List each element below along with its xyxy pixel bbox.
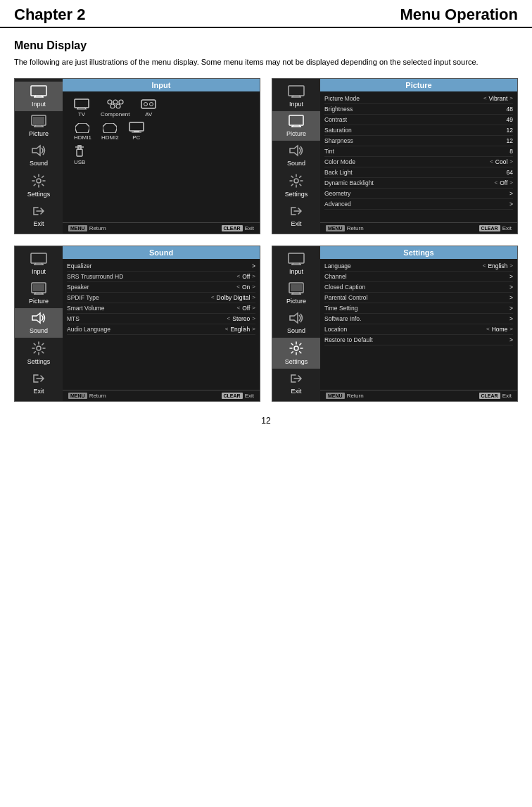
sidebar-settings-label: Settings xyxy=(27,191,51,198)
menu-row-label: Location xyxy=(324,326,486,333)
menu-row[interactable]: Closed Caption> xyxy=(324,282,513,293)
settings-clear-btn[interactable]: CLEAR Exit xyxy=(479,393,512,399)
clear-exit-btn[interactable]: CLEAR Exit xyxy=(222,225,254,231)
component-input-item[interactable]: Component xyxy=(101,99,129,117)
menu-row[interactable]: Brightness48 xyxy=(324,104,513,115)
menu-row[interactable]: Parental Control> xyxy=(324,293,513,303)
settings-menu-btn[interactable]: MENU Return xyxy=(326,393,364,399)
sound-sidebar-exit[interactable]: Exit xyxy=(15,369,63,398)
sound-s-input-icon xyxy=(30,253,47,267)
sound-sidebar-sound[interactable]: Sound xyxy=(15,308,63,338)
hdmi1-input-item[interactable]: HDMI1 xyxy=(74,123,91,141)
picture-sidebar-input[interactable]: Input xyxy=(272,82,320,111)
menu-row[interactable]: Location<Home> xyxy=(324,324,513,335)
picture-sidebar-exit[interactable]: Exit xyxy=(272,201,320,231)
picture-sidebar-sound[interactable]: Sound xyxy=(272,141,320,170)
svg-marker-23 xyxy=(75,123,89,133)
menu-row[interactable]: Geometry> xyxy=(324,189,513,199)
menu-row-label: Tint xyxy=(324,148,509,155)
settings-sidebar-exit[interactable]: Exit xyxy=(272,369,320,398)
menu-row[interactable]: SPDIF Type<Dolby Digital> xyxy=(67,293,255,303)
sound-menu-label: MENU xyxy=(68,393,87,399)
settings-sidebar-picture[interactable]: Picture xyxy=(272,279,320,308)
sidebar-item-exit[interactable]: Exit xyxy=(15,201,63,231)
picture-menu-btn[interactable]: MENU Return xyxy=(326,225,364,231)
sound-menu-btn[interactable]: MENU Return xyxy=(68,393,106,399)
sound-return-label: Return xyxy=(89,393,106,399)
sound-s-sound-icon xyxy=(31,312,46,326)
usb-input-item[interactable]: USB xyxy=(74,145,85,165)
picture-s-sound-label: Sound xyxy=(287,160,305,167)
sidebar-item-input[interactable]: Input xyxy=(15,82,63,111)
svg-point-42 xyxy=(294,179,298,183)
svg-marker-9 xyxy=(32,146,40,155)
sidebar-item-sound[interactable]: Sound xyxy=(15,141,63,170)
menu-row[interactable]: Speaker<On> xyxy=(67,282,255,293)
settings-menu-label: MENU xyxy=(326,393,345,399)
sound-clear-btn[interactable]: CLEAR Exit xyxy=(222,393,254,399)
clear-btn-label: CLEAR xyxy=(222,225,243,231)
settings-footer: MENU Return CLEAR Exit xyxy=(320,390,517,401)
menu-row[interactable]: Back Light64 xyxy=(324,167,513,178)
page-title: Menu Operation xyxy=(400,6,518,24)
menu-row-label: Geometry xyxy=(324,190,509,197)
settings-sidebar-sound[interactable]: Sound xyxy=(272,308,320,338)
menu-row[interactable]: Advanced> xyxy=(324,199,513,210)
menu-row-label: Audio Language xyxy=(67,326,225,333)
sound-s-picture-icon xyxy=(31,282,46,297)
settings-sidebar-input[interactable]: Input xyxy=(272,249,320,279)
menu-row-label: Time Setting xyxy=(324,305,509,312)
menu-row-label: Software Info. xyxy=(324,315,509,322)
menu-row[interactable]: Sharpness12 xyxy=(324,136,513,146)
menu-row-label: Advanced xyxy=(324,201,509,208)
menu-row[interactable]: Time Setting> xyxy=(324,303,513,314)
hdmi2-input-item[interactable]: HDMI2 xyxy=(101,123,119,141)
menu-row-value: 12 xyxy=(507,137,513,144)
menu-row[interactable]: MTS<Stereo> xyxy=(67,314,255,324)
menu-row[interactable]: Software Info.> xyxy=(324,314,513,324)
menu-row[interactable]: Contrast49 xyxy=(324,115,513,125)
menu-row-value: <Vibrant> xyxy=(483,95,513,102)
menu-return-btn[interactable]: MENU Return xyxy=(68,225,106,231)
menu-row-value: > xyxy=(252,262,255,269)
sidebar-item-settings[interactable]: Settings xyxy=(15,170,63,201)
svg-point-18 xyxy=(110,104,115,108)
menu-row[interactable]: Restore to Default> xyxy=(324,335,513,345)
sound-sidebar-settings[interactable]: Settings xyxy=(15,338,63,369)
sound-sidebar-input[interactable]: Input xyxy=(15,249,63,279)
picture-s-input-label: Input xyxy=(289,101,303,108)
menu-row[interactable]: Equalizer> xyxy=(67,261,255,272)
picture-content: Picture Picture Mode<Vibrant>Brightness4… xyxy=(320,79,517,234)
menu-row-label: Smart Volume xyxy=(67,305,236,312)
menu-row[interactable]: SRS Trusurround HD<Off> xyxy=(67,272,255,282)
menu-row-label: SRS Trusurround HD xyxy=(67,273,236,280)
menu-row[interactable]: Language<English> xyxy=(324,261,513,272)
svg-point-21 xyxy=(144,102,148,106)
settings-screen: Input Picture xyxy=(272,246,518,402)
menu-row[interactable]: Channel> xyxy=(324,272,513,282)
menu-row[interactable]: Picture Mode<Vibrant> xyxy=(324,94,513,104)
menu-row[interactable]: Color Mode<Cool> xyxy=(324,157,513,167)
picture-sidebar-settings[interactable]: Settings xyxy=(272,170,320,201)
menu-row[interactable]: Tint8 xyxy=(324,146,513,157)
menu-row[interactable]: Smart Volume<Off> xyxy=(67,303,255,314)
sidebar-item-picture[interactable]: Picture xyxy=(15,111,63,141)
section-description: The following are just illustrations of … xyxy=(14,56,518,68)
pc-input-item[interactable]: PC xyxy=(129,122,144,141)
menu-row[interactable]: Audio Language<English> xyxy=(67,324,255,335)
menu-row-value: 49 xyxy=(507,116,513,123)
menu-row[interactable]: Saturation12 xyxy=(324,125,513,136)
menu-row[interactable]: Dynamic Backlight<Off> xyxy=(324,178,513,189)
av-input-item[interactable]: AV xyxy=(141,99,156,117)
picture-sidebar-picture[interactable]: Picture xyxy=(272,111,320,141)
tv-input-item[interactable]: TV xyxy=(74,99,89,117)
menu-row-label: Language xyxy=(324,262,483,269)
input-body: TV Component xyxy=(63,91,260,222)
settings-s-input-icon xyxy=(288,253,305,267)
settings-sidebar-settings[interactable]: Settings xyxy=(272,338,320,369)
picture-clear-btn[interactable]: CLEAR Exit xyxy=(479,225,512,231)
svg-rect-25 xyxy=(129,122,144,131)
sound-sidebar-picture[interactable]: Picture xyxy=(15,279,63,308)
menu-row-value: > xyxy=(509,273,513,280)
component-label: Component xyxy=(101,111,129,117)
